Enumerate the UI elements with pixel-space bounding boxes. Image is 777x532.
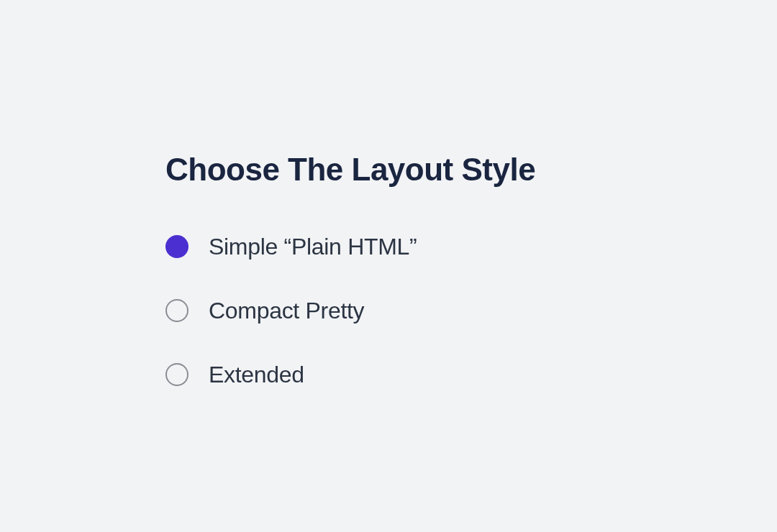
panel-title: Choose The Layout Style (165, 152, 535, 188)
layout-style-panel: Choose The Layout Style Simple “Plain HT… (165, 152, 535, 388)
radio-icon (165, 299, 188, 322)
radio-label: Simple “Plain HTML” (209, 234, 417, 260)
radio-icon (165, 235, 188, 258)
radio-label: Compact Pretty (209, 298, 364, 324)
radio-icon (165, 363, 188, 386)
radio-label: Extended (209, 362, 304, 388)
layout-radio-group: Simple “Plain HTML” Compact Pretty Exten… (165, 234, 535, 388)
radio-option-extended[interactable]: Extended (165, 362, 535, 388)
radio-option-simple[interactable]: Simple “Plain HTML” (165, 234, 535, 260)
radio-option-compact[interactable]: Compact Pretty (165, 298, 535, 324)
